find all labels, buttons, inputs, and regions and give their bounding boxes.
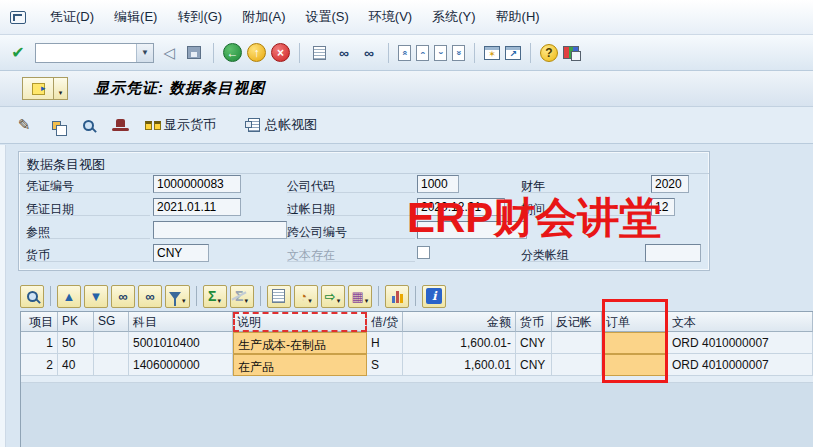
menu-help[interactable]: 帮助(H) <box>486 5 550 29</box>
display-change-icon[interactable]: ✎ <box>14 115 34 135</box>
toolbar-separator <box>474 43 475 63</box>
subtotal-icon[interactable]: Σ▾ <box>230 285 254 308</box>
col-header-text[interactable]: 文本 <box>668 312 813 332</box>
object-services-button[interactable]: ▾ <box>22 77 68 100</box>
col-header-description[interactable]: 说明 <box>233 312 367 332</box>
find-in-list-icon[interactable]: ∞ <box>111 285 135 308</box>
find-icon[interactable]: ∞ <box>334 43 354 63</box>
menu-settings[interactable]: 设置(S) <box>296 5 359 29</box>
reference-label: 参照 <box>26 222 150 239</box>
cell-description[interactable]: 在产品 <box>233 354 367 376</box>
window-left-border <box>0 145 6 447</box>
document-header-icon[interactable] <box>110 115 130 135</box>
doc-date-field[interactable]: 2021.01.11 <box>153 198 241 216</box>
cell-account[interactable]: 1406000000 <box>129 354 233 376</box>
last-page-icon[interactable]: » <box>452 45 465 61</box>
menu-edit[interactable]: 编辑(E) <box>104 5 167 29</box>
cell-negative-posting[interactable] <box>552 332 602 354</box>
cell-currency[interactable]: CNY <box>516 354 552 376</box>
cell-currency[interactable]: CNY <box>516 332 552 354</box>
application-toolbar: ✎ 显示货币 总帐视图 <box>0 107 813 144</box>
sort-ascending-icon[interactable]: ▲ <box>57 285 81 308</box>
col-header-order[interactable]: 订单 <box>602 312 668 332</box>
change-layout-icon[interactable]: ▦▾ <box>348 285 373 308</box>
other-document-icon[interactable] <box>46 115 66 135</box>
table-row[interactable]: 2 40 1406000000 在产品 S 1,600.01 CNY ORD 4… <box>21 354 813 376</box>
cell-description[interactable]: 生产成本-在制品 <box>233 332 367 354</box>
cell-amount[interactable]: 1,600.01- <box>403 332 516 354</box>
find-next-in-list-icon[interactable]: ∞ <box>138 285 162 308</box>
command-field[interactable] <box>36 44 136 62</box>
help-icon[interactable]: ? <box>540 44 558 62</box>
doc-number-field[interactable]: 1000000083 <box>153 175 241 193</box>
next-page-icon[interactable]: › <box>434 45 447 61</box>
col-header-account[interactable]: 科目 <box>129 312 233 332</box>
cell-item[interactable]: 1 <box>21 332 58 354</box>
page-title: 显示凭证: 数据条目视图 <box>94 79 265 98</box>
cancel-icon[interactable]: × <box>271 43 290 62</box>
print-list-icon[interactable] <box>267 285 291 308</box>
cell-item[interactable]: 2 <box>21 354 58 376</box>
command-dropdown-icon[interactable]: ▼ <box>136 44 153 62</box>
ledger-group-field[interactable] <box>645 244 701 262</box>
menu-document[interactable]: 凭证(D) <box>40 5 104 29</box>
display-currency-button[interactable]: 显示货币 <box>142 114 219 136</box>
cell-order[interactable] <box>602 354 668 376</box>
cell-sg[interactable] <box>94 332 129 354</box>
cell-negative-posting[interactable] <box>552 354 602 376</box>
cross-company-label: 跨公司编号 <box>287 222 415 239</box>
cell-amount[interactable]: 1,600.01 <box>403 354 516 376</box>
cell-account[interactable]: 5001010400 <box>129 332 233 354</box>
print-icon[interactable] <box>309 43 329 63</box>
cell-pk[interactable]: 50 <box>58 332 94 354</box>
texts-exist-checkbox[interactable] <box>417 246 430 259</box>
cell-order[interactable] <box>602 332 668 354</box>
details-icon[interactable] <box>20 285 44 308</box>
cell-pk[interactable]: 40 <box>58 354 94 376</box>
sort-descending-icon[interactable]: ▼ <box>84 285 108 308</box>
table-row[interactable]: 1 50 5001010400 生产成本-在制品 H 1,600.01- CNY… <box>21 332 813 354</box>
export-icon[interactable]: ⇨▾ <box>321 285 345 308</box>
object-services-icon[interactable] <box>22 77 54 100</box>
cell-text[interactable]: ORD 4010000007 <box>668 332 813 354</box>
menu-system[interactable]: 系统(Y) <box>422 5 485 29</box>
set-filter-icon[interactable]: ▾ <box>165 285 190 308</box>
menu-environment[interactable]: 环境(V) <box>359 5 422 29</box>
table-header-row: 项目 PK SG 科目 说明 借/贷 金额 货币 反记帐 订单 文本 <box>21 312 813 332</box>
col-header-negative-posting[interactable]: 反记帐 <box>552 312 602 332</box>
currency-field[interactable]: CNY <box>153 244 209 262</box>
exit-icon[interactable]: ↑ <box>247 43 266 62</box>
cell-debit-credit[interactable]: S <box>367 354 403 376</box>
menu-goto[interactable]: 转到(G) <box>167 5 232 29</box>
graphic-icon[interactable] <box>385 285 409 308</box>
first-page-icon[interactable]: « <box>398 45 411 61</box>
reference-field[interactable] <box>153 221 287 239</box>
hide-command-field-icon[interactable]: ◁ <box>159 43 179 63</box>
new-session-icon[interactable]: ✶ <box>484 46 500 60</box>
col-header-amount[interactable]: 金额 <box>403 312 516 332</box>
find-next-icon[interactable]: ∞ <box>359 43 379 63</box>
views-icon[interactable]: ◔▾ <box>294 285 318 308</box>
customize-layout-icon[interactable] <box>563 46 579 59</box>
col-header-pk[interactable]: PK <box>58 312 94 332</box>
select-document-icon[interactable] <box>78 115 98 135</box>
col-header-sg[interactable]: SG <box>94 312 129 332</box>
col-header-currency[interactable]: 货币 <box>516 312 552 332</box>
col-header-item[interactable]: 项目 <box>21 312 58 332</box>
general-ledger-view-button[interactable]: 总帐视图 <box>245 114 320 136</box>
cell-text[interactable]: ORD 4010000007 <box>668 354 813 376</box>
back-icon[interactable]: ← <box>223 43 242 62</box>
cell-sg[interactable] <box>94 354 129 376</box>
total-icon[interactable]: Σ▾ <box>203 285 227 308</box>
enter-icon[interactable]: ✔ <box>8 43 28 63</box>
save-icon[interactable] <box>184 43 204 63</box>
object-services-dropdown-icon[interactable]: ▾ <box>54 77 68 100</box>
create-shortcut-icon[interactable]: ↗ <box>505 46 521 60</box>
system-menu-icon[interactable] <box>10 11 26 24</box>
col-header-debit-credit[interactable]: 借/贷 <box>367 312 403 332</box>
sap-gui-window: 凭证(D) 编辑(E) 转到(G) 附加(A) 设置(S) 环境(V) 系统(Y… <box>0 0 813 447</box>
menu-extras[interactable]: 附加(A) <box>232 5 295 29</box>
cell-debit-credit[interactable]: H <box>367 332 403 354</box>
previous-page-icon[interactable]: ‹ <box>416 45 429 61</box>
info-icon[interactable]: i <box>422 285 446 308</box>
